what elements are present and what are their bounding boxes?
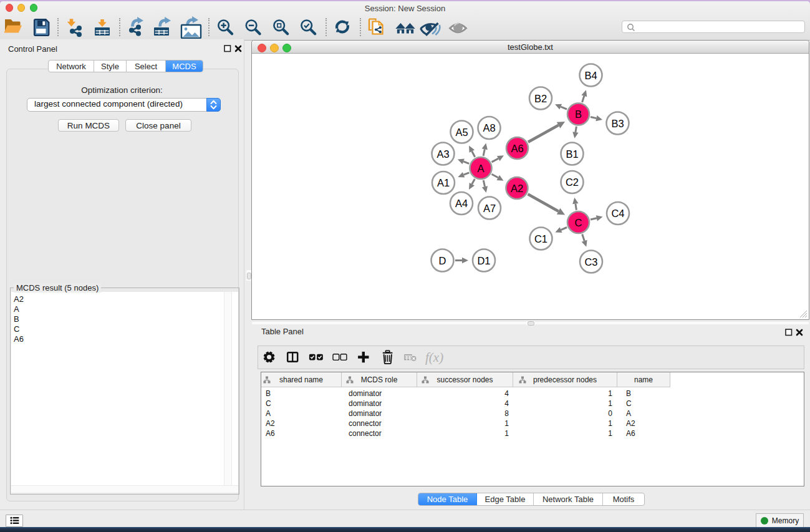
svg-text:C1: C1 [534, 233, 547, 244]
svg-text:A8: A8 [483, 122, 495, 133]
svg-text:B: B [575, 109, 582, 120]
svg-text:A2: A2 [511, 183, 523, 194]
svg-text:A7: A7 [483, 203, 496, 214]
svg-text:B2: B2 [534, 93, 547, 104]
svg-text:D: D [439, 255, 446, 266]
svg-text:C3: C3 [584, 256, 597, 268]
svg-text:A5: A5 [455, 127, 468, 138]
svg-text:B4: B4 [584, 70, 597, 81]
svg-text:C: C [575, 217, 582, 228]
svg-text:C2: C2 [566, 177, 579, 188]
svg-text:A3: A3 [436, 148, 449, 160]
svg-text:A6: A6 [511, 143, 523, 154]
svg-text:A1: A1 [437, 177, 450, 188]
svg-text:C4: C4 [611, 208, 624, 219]
svg-text:B1: B1 [566, 148, 578, 160]
svg-text:A: A [477, 163, 484, 174]
svg-text:B3: B3 [611, 118, 624, 129]
svg-text:D1: D1 [477, 255, 490, 266]
svg-text:f(x): f(x) [425, 350, 443, 365]
svg-text:A4: A4 [455, 198, 468, 209]
